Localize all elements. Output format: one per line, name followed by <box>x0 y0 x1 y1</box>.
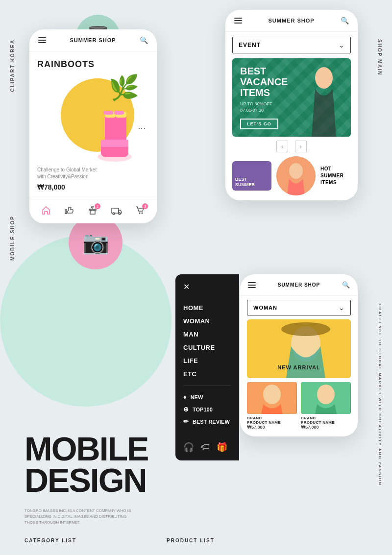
menu-item-etc[interactable]: ETC <box>183 367 231 381</box>
hamburger-menu[interactable] <box>38 37 46 43</box>
product-name: RAINBOOTS <box>37 59 149 70</box>
product-price-1: ₩57,000 <box>247 425 297 430</box>
phone2-header: SUMMER SHOP 🔍 <box>225 10 358 32</box>
nav-like-icon[interactable] <box>64 205 74 217</box>
phone1-footer: 2 3 <box>29 199 157 223</box>
new-arrival-banner: NEW ARRIVAL <box>247 319 351 378</box>
vertical-label-shopmain: SHOP MAIN <box>377 39 382 76</box>
menu-headphone-icon[interactable]: 🎧 <box>183 442 194 453</box>
event-dropdown[interactable]: EVENT ⌄ <box>232 37 351 53</box>
svg-rect-7 <box>103 111 113 115</box>
gift-badge: 2 <box>95 203 100 209</box>
svg-rect-11 <box>112 208 119 213</box>
phone1-title: SUMMER SHOP <box>70 37 116 43</box>
svg-rect-8 <box>114 111 124 115</box>
product-card-2[interactable]: BRANDPRODUCT NAME ₩57,000 <box>301 382 351 430</box>
svg-rect-4 <box>101 140 128 147</box>
product-image-1 <box>247 382 297 414</box>
product-name-2: BRANDPRODUCT NAME <box>301 416 351 425</box>
top100-icon: ⊕ <box>183 406 189 413</box>
product-name-1: BRANDPRODUCT NAME <box>247 416 297 425</box>
menu-item-home[interactable]: HOME <box>183 301 231 314</box>
bestreview-icon: ✏ <box>183 418 189 425</box>
hot-items-thumb-text: BESTSUMMER <box>235 177 255 188</box>
menu-item-woman[interactable]: WOMAN <box>183 314 231 328</box>
search-icon[interactable]: 🔍 <box>140 36 148 44</box>
menu-item-new[interactable]: ♦ NEW <box>183 391 231 403</box>
menu-footer: 🎧 🏷 🎁 <box>183 442 227 453</box>
new-icon: ♦ <box>183 393 187 401</box>
event-dropdown-text: EVENT <box>239 42 261 48</box>
phone2-title: SUMMER SHOP <box>268 18 314 24</box>
bestreview-label: BEST REVIEW <box>193 419 230 425</box>
menu-item-bestreview[interactable]: ✏ BEST REVIEW <box>183 415 231 428</box>
product-card-1[interactable]: BRANDPRODUCT NAME ₩57,000 <box>247 382 297 430</box>
hot-items-thumbnail[interactable]: BESTSUMMER <box>232 161 271 191</box>
phone-mobile-shop: SUMMER SHOP 🔍 RAINBOOTS 🌿 <box>29 29 157 223</box>
menu-item-top100[interactable]: ⊕ TOP100 <box>183 403 231 415</box>
company-info: TONGRO IMAGES INC. IS A CONTENT COMPANY … <box>24 508 132 526</box>
hot-items-label: HOT SUMMERITEMS <box>320 166 351 186</box>
menu-tag-icon[interactable]: 🏷 <box>201 442 210 453</box>
main-title-line1: MOBILE <box>24 433 148 465</box>
product-price-2: ₩57,000 <box>301 425 351 430</box>
more-icon[interactable]: ⋮ <box>137 124 147 132</box>
new-label: NEW <box>191 394 203 400</box>
top100-label: TOP100 <box>193 407 213 412</box>
svg-point-23 <box>263 385 281 404</box>
menu-item-culture[interactable]: CULTURE <box>183 341 231 354</box>
camera-decoration: 📷 <box>69 216 122 269</box>
new-arrival-text: NEW ARRIVAL <box>247 361 351 374</box>
hamburger-menu-2[interactable] <box>234 18 242 24</box>
nav-gift-icon[interactable]: 2 <box>88 205 98 217</box>
bottom-label-product: PRODUCT LIST <box>167 538 215 543</box>
search-icon-3[interactable]: 🔍 <box>342 281 350 289</box>
product-description: Challenge to Global Marketwith Creativit… <box>37 167 149 180</box>
phone3-title: SUMMER SHOP <box>278 282 320 288</box>
phone1-content: RAINBOOTS 🌿 <box>29 51 157 199</box>
menu-item-life[interactable]: LIFE <box>183 354 231 367</box>
vertical-label-clipart: CLIPART KOREA <box>10 39 15 92</box>
bottom-label-category: CATEGORY LIST <box>24 538 76 543</box>
product-area: 🌿 ⋮ <box>37 73 149 162</box>
banner-navigation: ‹ › <box>225 137 358 156</box>
cart-badge: 3 <box>142 203 148 209</box>
hot-items-info: HOT SUMMERITEMS <box>320 166 351 186</box>
phone-product-list: SUMMER SHOP 🔍 WOMAN ⌄ NEW ARRIVAL <box>240 274 358 436</box>
chevron-icon: ⌄ <box>339 41 344 49</box>
product-image-2 <box>301 382 351 414</box>
nav-home-icon[interactable] <box>41 205 51 217</box>
svg-point-13 <box>119 213 121 215</box>
hamburger-menu-3[interactable] <box>248 282 256 288</box>
product-price: ₩78,000 <box>37 183 149 191</box>
next-arrow[interactable]: › <box>295 141 307 152</box>
nav-delivery-icon[interactable] <box>111 205 122 217</box>
vertical-label-challenge: CHALLENGE TO GLOBAL MARKET WITH CREATIVI… <box>378 304 382 486</box>
menu-divider <box>183 386 231 386</box>
banner-title: BESTVACANCEITEMS <box>240 66 343 98</box>
svg-point-15 <box>142 213 143 214</box>
main-title: MOBILE DESIGN <box>24 433 148 496</box>
prev-arrow[interactable]: ‹ <box>276 141 288 152</box>
phone1-header: SUMMER SHOP 🔍 <box>29 29 157 51</box>
leaf-icon: 🌿 <box>109 73 139 102</box>
svg-point-14 <box>139 213 141 214</box>
menu-gift-icon[interactable]: 🎁 <box>217 442 227 453</box>
woman-dropdown[interactable]: WOMAN ⌄ <box>247 300 351 315</box>
menu-close-button[interactable]: ✕ <box>183 282 231 291</box>
woman-dropdown-text: WOMAN <box>253 305 277 311</box>
promo-banner: BESTVACANCEITEMS UP TO 30%OFF07.01-07.30… <box>232 58 351 137</box>
boots-image <box>90 93 139 162</box>
svg-point-21 <box>281 322 330 336</box>
hot-items-model-img <box>276 156 316 195</box>
banner-text: BESTVACANCEITEMS UP TO 30%OFF07.01-07.30… <box>232 58 351 137</box>
menu-item-man[interactable]: MAN <box>183 328 231 341</box>
search-icon-2[interactable]: 🔍 <box>341 17 349 24</box>
banner-button[interactable]: LET'S GO <box>240 119 278 129</box>
product-grid: BRANDPRODUCT NAME ₩57,000 BRANDPRODUCT N… <box>247 382 351 430</box>
nav-cart-icon[interactable]: 3 <box>135 205 145 217</box>
svg-point-25 <box>317 385 335 404</box>
vertical-label-mobileshop: MOBILE SHOP <box>10 216 15 261</box>
phone3-header: SUMMER SHOP 🔍 <box>240 274 358 296</box>
phone-shop-main: SUMMER SHOP 🔍 EVENT ⌄ BESTVACANCEITEMS U… <box>225 10 358 200</box>
